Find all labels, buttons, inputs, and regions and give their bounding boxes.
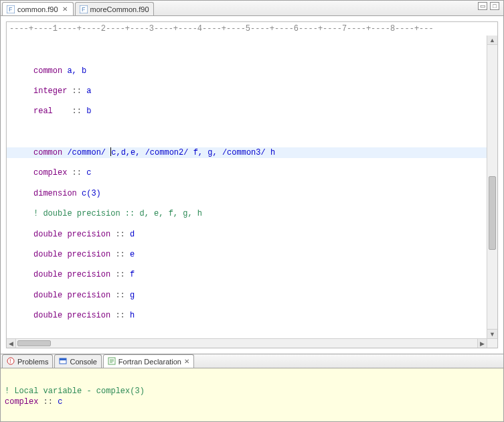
svg-text:F: F — [82, 6, 86, 13]
scroll-left-arrow[interactable]: ◀ — [7, 339, 16, 348]
svg-text:F: F — [9, 6, 13, 13]
tab-label: Problems — [17, 358, 48, 366]
minimize-button[interactable]: ▭ — [478, 2, 487, 10]
declaration-icon — [108, 357, 116, 366]
tab-problems[interactable]: ! Problems — [2, 354, 53, 368]
scroll-right-arrow[interactable]: ▶ — [477, 339, 487, 348]
close-icon[interactable]: ✕ — [61, 5, 69, 13]
declaration-content[interactable]: ! Local variable - complex(3) complex ::… — [1, 368, 503, 422]
declaration-keyword: complex — [5, 397, 38, 407]
tab-label: moreCommon.f90 — [90, 5, 149, 13]
tab-fortran-declaration[interactable]: Fortran Declaration ✕ — [103, 354, 194, 368]
tab-common-f90[interactable]: F common.f90 ✕ — [2, 2, 74, 15]
code-text[interactable]: common a, b integer :: a real :: b commo… — [7, 36, 497, 338]
horizontal-scrollbar[interactable]: ◀ ▶ — [7, 338, 487, 348]
maximize-button[interactable]: □ — [490, 2, 499, 10]
editor-area: ----+----1----+----2----+----3----+----4… — [1, 15, 503, 354]
declaration-comment: ! Local variable - complex(3) — [5, 386, 145, 396]
editor-tab-bar: F common.f90 ✕ F moreCommon.f90 ▭ □ — [1, 1, 503, 15]
svg-text:!: ! — [9, 358, 11, 364]
console-icon — [59, 357, 67, 366]
tab-label: Console — [70, 358, 96, 366]
tab-morecommon-f90[interactable]: F moreCommon.f90 — [75, 2, 154, 15]
scroll-thumb-h[interactable] — [17, 340, 51, 346]
vertical-scrollbar[interactable]: ▲ ▼ — [487, 36, 497, 338]
fortran-file-icon: F — [7, 5, 15, 13]
scroll-down-arrow[interactable]: ▼ — [487, 329, 497, 338]
editor-inner: ----+----1----+----2----+----3----+----4… — [6, 21, 498, 348]
selected-line[interactable]: common /common/ c,d,e, /common2/ f, g, /… — [7, 147, 497, 158]
tab-console[interactable]: Console — [54, 354, 101, 368]
scroll-up-arrow[interactable]: ▲ — [487, 36, 497, 45]
declaration-var: c — [58, 397, 62, 407]
problems-icon: ! — [7, 357, 15, 366]
tab-label: common.f90 — [17, 5, 58, 13]
bottom-panel: ! Problems Console Fortran Declaration ✕… — [1, 354, 503, 421]
scrollbar-corner — [487, 338, 497, 348]
svg-rect-7 — [60, 358, 66, 360]
window-controls: ▭ □ — [478, 2, 499, 10]
code-area[interactable]: common a, b integer :: a real :: b commo… — [7, 36, 497, 348]
fortran-file-icon: F — [80, 5, 88, 13]
column-ruler: ----+----1----+----2----+----3----+----4… — [7, 22, 497, 36]
close-icon[interactable]: ✕ — [184, 358, 189, 365]
scroll-thumb[interactable] — [489, 176, 496, 250]
tab-label: Fortran Declaration — [118, 358, 181, 366]
bottom-tab-bar: ! Problems Console Fortran Declaration ✕ — [1, 354, 503, 368]
